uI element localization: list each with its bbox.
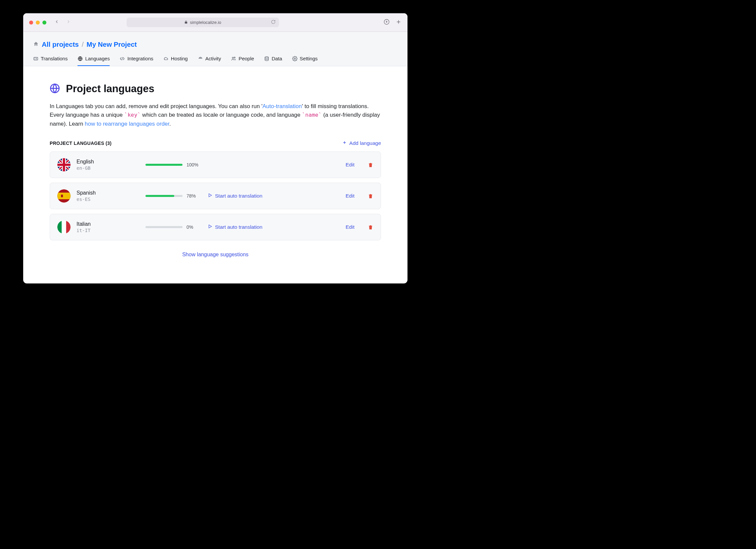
breadcrumb-current[interactable]: My New Project [86,40,137,48]
language-key: es-ES [77,196,139,202]
language-name: Spanish [77,190,139,196]
svg-rect-3 [34,57,38,60]
show-suggestions-link[interactable]: Show language suggestions [182,251,248,257]
edit-button[interactable]: Edit [346,193,354,199]
tab-label: People [239,56,254,61]
language-list: Englishen-GB100%EditSpanishes-ES78%Start… [50,151,381,240]
progress-bar [145,195,183,197]
svg-rect-23 [57,220,62,234]
activity-icon [198,56,203,61]
app-header: All projects / My New Project Translatio… [23,32,407,66]
tab-label: Settings [300,56,318,61]
content: Project languages In Languages tab you c… [23,66,407,267]
language-name: Italian [77,221,139,227]
svg-rect-20 [61,194,63,197]
svg-marker-26 [209,225,212,228]
page-title: Project languages [66,83,154,95]
start-auto-translation-button[interactable]: Start auto translation [208,193,262,199]
progress-percent: 100% [187,162,198,167]
delete-button[interactable] [368,224,373,230]
flag-icon [57,158,71,171]
play-icon [208,193,212,199]
settings-icon [292,56,297,61]
tab-people[interactable]: People [231,56,254,66]
rearrange-link[interactable]: how to rearrange languages order [85,121,169,127]
new-tab-icon[interactable] [396,19,402,26]
tab-label: Integrations [127,56,153,61]
close-window-button[interactable] [29,21,33,25]
add-language-button[interactable]: Add language [342,140,381,146]
breadcrumb-separator: / [82,40,84,48]
code-key: `key` [124,112,141,118]
progress-bar [145,226,183,228]
app-window: simplelocalize.io All projects / My New … [23,13,407,284]
data-icon [264,56,269,61]
tab-activity[interactable]: Activity [198,56,221,66]
flag-icon [57,189,71,202]
url-text: simplelocalize.io [190,20,221,25]
tab-integrations[interactable]: Integrations [120,56,153,66]
hosting-icon [163,56,169,61]
svg-rect-24 [62,220,66,234]
integrations-icon [120,56,125,61]
flag-icon [57,220,71,234]
svg-point-7 [232,57,234,58]
window-controls [29,21,46,25]
breadcrumb-all-projects[interactable]: All projects [42,40,79,48]
auto-translation-link[interactable]: Auto-translation [262,103,302,109]
plus-icon [342,140,347,146]
tab-translations[interactable]: Translations [33,56,68,66]
globe-icon [50,83,60,95]
svg-rect-19 [57,192,71,199]
tab-bar: TranslationsLanguagesIntegrationsHosting… [33,56,398,66]
tab-hosting[interactable]: Hosting [163,56,188,66]
back-button[interactable] [52,19,61,26]
tab-label: Languages [85,56,110,61]
svg-line-6 [122,57,123,60]
translations-icon [33,56,38,61]
language-key: en-GB [77,165,139,171]
tab-label: Activity [205,56,221,61]
language-row: Italianit-IT0%Start auto translationEdit [50,214,381,240]
progress-bar [145,164,183,166]
progress-percent: 0% [187,224,193,230]
tab-languages[interactable]: Languages [78,56,110,66]
tab-label: Hosting [171,56,188,61]
breadcrumb: All projects / My New Project [33,40,398,48]
reload-icon[interactable] [271,20,276,25]
browser-chrome: simplelocalize.io [23,13,407,32]
svg-point-10 [294,58,296,59]
svg-rect-25 [66,220,71,234]
language-row: Spanishes-ES78%Start auto translationEdi… [50,183,381,209]
languages-icon [78,56,83,61]
tab-settings[interactable]: Settings [292,56,318,66]
downloads-icon[interactable] [384,19,390,26]
language-key: it-IT [77,228,139,233]
url-bar[interactable]: simplelocalize.io [127,18,279,27]
edit-button[interactable]: Edit [346,162,354,168]
page-description: In Languages tab you can add, remove and… [50,102,381,128]
tab-label: Data [272,56,282,61]
delete-button[interactable] [368,193,373,199]
minimize-window-button[interactable] [36,21,40,25]
svg-point-9 [265,57,269,58]
home-icon[interactable] [33,40,39,48]
forward-button[interactable] [64,19,73,26]
start-auto-translation-button[interactable]: Start auto translation [208,224,262,230]
edit-button[interactable]: Edit [346,224,354,230]
language-row: Englishen-GB100%Edit [50,151,381,178]
svg-point-8 [234,57,235,58]
languages-count-label: PROJECT LANGUAGES (3) [50,140,112,146]
play-icon [208,224,212,230]
progress-percent: 78% [187,193,196,198]
lock-icon [184,20,188,25]
maximize-window-button[interactable] [42,21,46,25]
tab-data[interactable]: Data [264,56,282,66]
svg-marker-21 [209,193,212,196]
tab-label: Translations [41,56,68,61]
language-name: English [77,159,139,165]
people-icon [231,56,236,61]
code-name: `name` [302,112,322,118]
delete-button[interactable] [368,162,373,168]
